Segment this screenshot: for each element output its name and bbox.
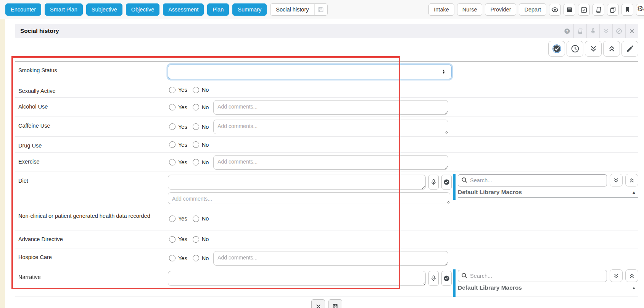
double-chevron-down-icon[interactable] — [585, 41, 602, 57]
row-advance-directive: Advance Directive Yes No — [15, 230, 638, 248]
panel-accent-bar — [453, 269, 456, 297]
radio-yes[interactable] — [169, 255, 175, 261]
encounter-tabs: Encounter Smart Plan Subjective Objectiv… — [5, 3, 328, 16]
radio-no-label: No — [202, 236, 209, 242]
radio-yes[interactable] — [169, 216, 175, 222]
radio-yes-label: Yes — [178, 236, 187, 242]
tab-assessment[interactable]: Assessment — [163, 3, 204, 16]
inbox-icon[interactable] — [564, 4, 575, 16]
radio-yes[interactable] — [169, 236, 175, 243]
tab-summary[interactable]: Summary — [232, 3, 267, 16]
tab-encounter[interactable]: Encounter — [5, 3, 41, 16]
nurse-button[interactable]: Nurse — [457, 3, 483, 16]
collapse-caret-icon[interactable]: ▲ — [632, 190, 636, 195]
radio-no[interactable] — [193, 104, 199, 110]
macro-section-header[interactable]: Default Library Macros ▲ — [458, 189, 638, 198]
bookmark-icon[interactable] — [621, 4, 633, 16]
radio-yes[interactable] — [169, 141, 175, 148]
settings-gears-icon[interactable]: ⚙⚙ — [636, 4, 644, 16]
double-chevron-up-icon[interactable] — [625, 174, 638, 186]
macro-search-input[interactable] — [458, 270, 607, 282]
copy-icon[interactable] — [607, 4, 619, 16]
diet-text-input[interactable] — [168, 175, 426, 190]
radio-no[interactable] — [193, 123, 199, 130]
row-hospice-care: Hospice Care Yes No — [15, 248, 638, 268]
check-circle-icon[interactable] — [548, 41, 565, 57]
radio-yes[interactable] — [169, 123, 175, 130]
row-smoking-status: Smoking Status ▲▼ — [15, 62, 638, 82]
provider-button[interactable]: Provider — [485, 3, 516, 16]
double-chevron-up-icon[interactable] — [603, 41, 620, 57]
close-icon[interactable] — [625, 24, 638, 38]
radio-no[interactable] — [193, 141, 199, 148]
radio-no-label: No — [202, 124, 209, 130]
field-label: Drug Use — [15, 137, 168, 152]
help-icon[interactable]: ? — [560, 24, 573, 38]
microphone-icon[interactable] — [428, 271, 439, 286]
panel-accent-bar — [453, 174, 456, 200]
microphone-icon[interactable] — [428, 175, 439, 190]
radio-yes-label: Yes — [178, 216, 187, 222]
radio-no[interactable] — [193, 216, 199, 222]
tab-social-history-active[interactable]: Social history — [270, 3, 327, 16]
radio-no[interactable] — [193, 87, 199, 93]
page-title: Social history — [15, 28, 59, 34]
select-spinner-icon: ▲▼ — [442, 70, 445, 74]
row-alcohol-use: Alcohol Use Yes No — [15, 98, 638, 117]
tab-subjective[interactable]: Subjective — [86, 3, 122, 16]
macro-search-input[interactable] — [458, 174, 607, 186]
radio-no-label: No — [202, 87, 209, 93]
book-icon[interactable] — [592, 4, 604, 16]
save-icon[interactable] — [328, 299, 342, 308]
radio-no[interactable] — [193, 159, 199, 165]
diet-comments-textarea[interactable] — [168, 192, 450, 204]
microphone-icon[interactable] — [586, 24, 599, 38]
radio-yes-label: Yes — [178, 124, 187, 130]
row-sexually-active: Sexually Active Yes No — [15, 82, 638, 98]
double-chevron-down-icon[interactable] — [599, 24, 612, 38]
tab-objective[interactable]: Objective — [126, 3, 159, 16]
check-circle-icon[interactable] — [441, 175, 452, 190]
check-circle-icon[interactable] — [441, 271, 452, 286]
app-window: Encounter Smart Plan Subjective Objectiv… — [0, 0, 644, 308]
radio-no-label: No — [202, 216, 209, 222]
field-label: Smoking Status — [15, 62, 168, 82]
radio-yes-label: Yes — [178, 159, 187, 165]
narrative-text-input[interactable] — [168, 271, 426, 286]
field-label: Exercise — [15, 153, 168, 172]
double-chevron-down-icon[interactable] — [610, 269, 623, 282]
field-label: Diet — [15, 172, 168, 185]
slash-circle-icon[interactable] — [612, 24, 625, 38]
radio-yes-label: Yes — [178, 142, 187, 148]
eye-icon[interactable] — [549, 4, 561, 16]
depart-button[interactable]: Depart — [519, 3, 546, 16]
page-background-strip — [0, 19, 5, 308]
radio-no-label: No — [202, 255, 209, 261]
double-chevron-down-icon[interactable] — [610, 174, 623, 186]
double-chevron-down-icon[interactable] — [311, 299, 325, 308]
macro-section-header[interactable]: Default Library Macros ▲ — [458, 284, 638, 293]
radio-yes[interactable] — [169, 87, 175, 93]
tab-plan[interactable]: Plan — [207, 3, 229, 16]
caffeine-comments-textarea[interactable] — [213, 120, 448, 134]
radio-yes[interactable] — [169, 104, 175, 110]
alcohol-comments-textarea[interactable] — [213, 100, 448, 115]
tab-smart-plan[interactable]: Smart Plan — [45, 3, 83, 16]
radio-yes[interactable] — [169, 159, 175, 165]
book-icon[interactable] — [573, 24, 586, 38]
intake-button[interactable]: Intake — [428, 3, 454, 16]
header-icon-toolbar: ? — [560, 24, 638, 38]
calendar-check-icon[interactable] — [578, 4, 590, 16]
save-tab-icon[interactable] — [314, 4, 327, 15]
pencil-icon[interactable] — [621, 41, 638, 57]
narrative-macros-panel: Default Library Macros ▲ — [453, 269, 638, 297]
radio-no[interactable] — [193, 236, 199, 243]
field-label: Advance Directive — [15, 230, 168, 248]
exercise-comments-textarea[interactable] — [213, 155, 448, 170]
hospice-comments-textarea[interactable] — [213, 251, 448, 266]
double-chevron-up-icon[interactable] — [625, 269, 638, 282]
clock-icon[interactable] — [567, 41, 583, 57]
smoking-status-select[interactable]: ▲▼ — [168, 65, 452, 79]
radio-no[interactable] — [193, 255, 199, 261]
collapse-caret-icon[interactable]: ▲ — [632, 285, 636, 290]
